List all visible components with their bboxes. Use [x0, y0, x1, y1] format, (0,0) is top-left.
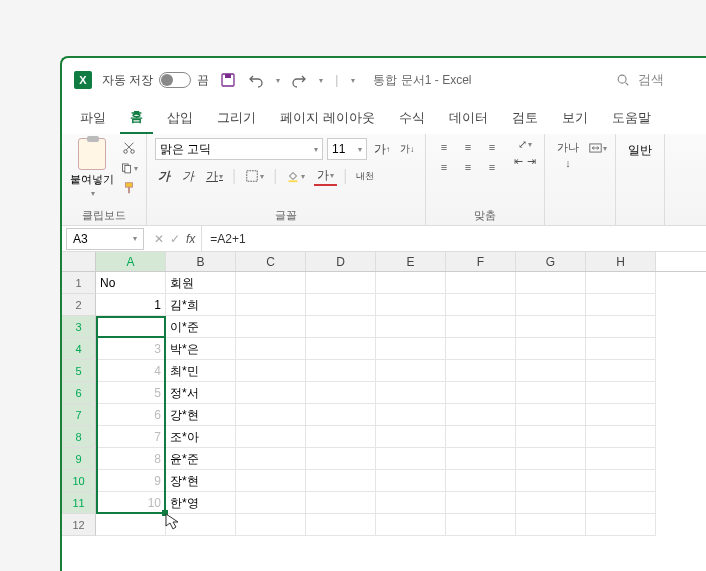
cell[interactable]	[586, 316, 656, 338]
cell[interactable]	[516, 448, 586, 470]
tab-help[interactable]: 도움말	[602, 103, 661, 133]
cell[interactable]	[376, 338, 446, 360]
italic-button[interactable]: 가	[179, 166, 197, 186]
cell[interactable]	[306, 448, 376, 470]
font-size-select[interactable]: 11▾	[327, 138, 367, 160]
col-header-B[interactable]: B	[166, 252, 236, 271]
align-left-button[interactable]: ≡	[434, 158, 454, 176]
cell[interactable]: 4	[96, 360, 166, 382]
format-painter-button[interactable]	[120, 180, 138, 196]
cell[interactable]	[586, 294, 656, 316]
cell[interactable]	[236, 382, 306, 404]
cell[interactable]	[236, 492, 306, 514]
spreadsheet-grid[interactable]: A B C D E F G H 1No회원21김*희32이*준43박*은54최*…	[62, 252, 706, 536]
cell[interactable]	[306, 382, 376, 404]
cell[interactable]: No	[96, 272, 166, 294]
cell[interactable]: 2	[96, 316, 166, 338]
decrease-indent-button[interactable]: ⇤	[514, 155, 523, 168]
cell[interactable]	[516, 294, 586, 316]
align-middle-button[interactable]: ≡	[458, 138, 478, 156]
cell[interactable]: 9	[96, 470, 166, 492]
tab-page-layout[interactable]: 페이지 레이아웃	[270, 103, 385, 133]
namebox-dropdown-icon[interactable]: ▾	[133, 234, 137, 243]
col-header-A[interactable]: A	[96, 252, 166, 271]
font-name-select[interactable]: 맑은 고딕▾	[155, 138, 323, 160]
cell[interactable]	[376, 360, 446, 382]
cell[interactable]	[516, 316, 586, 338]
col-header-F[interactable]: F	[446, 252, 516, 271]
qat-customize-icon[interactable]: ▾	[351, 76, 355, 85]
cell[interactable]: 10	[96, 492, 166, 514]
cell[interactable]	[516, 360, 586, 382]
row-header[interactable]: 8	[62, 426, 96, 448]
cell[interactable]	[376, 514, 446, 536]
save-icon[interactable]	[219, 71, 237, 89]
cell[interactable]	[446, 404, 516, 426]
cell[interactable]	[516, 514, 586, 536]
cell[interactable]: 회원	[166, 272, 236, 294]
cell[interactable]: 조*아	[166, 426, 236, 448]
cell[interactable]: 윤*준	[166, 448, 236, 470]
undo-dropdown-icon[interactable]: ▾	[276, 76, 280, 85]
cell[interactable]	[236, 294, 306, 316]
align-top-button[interactable]: ≡	[434, 138, 454, 156]
cell[interactable]	[516, 404, 586, 426]
copy-button[interactable]: ▾	[120, 160, 138, 176]
enter-formula-icon[interactable]: ✓	[170, 232, 180, 246]
cell[interactable]	[306, 404, 376, 426]
select-all-corner[interactable]	[62, 252, 96, 271]
row-header[interactable]: 3	[62, 316, 96, 338]
underline-button[interactable]: 가▾	[203, 166, 226, 186]
row-header[interactable]: 4	[62, 338, 96, 360]
cell[interactable]	[446, 338, 516, 360]
cell[interactable]: 5	[96, 382, 166, 404]
row-header[interactable]: 5	[62, 360, 96, 382]
align-bottom-button[interactable]: ≡	[482, 138, 502, 156]
cell[interactable]	[446, 360, 516, 382]
cell[interactable]	[236, 360, 306, 382]
sort-button[interactable]: 가나 ↓	[553, 138, 583, 171]
increase-indent-button[interactable]: ⇥	[527, 155, 536, 168]
cell[interactable]	[446, 272, 516, 294]
cut-button[interactable]	[120, 140, 138, 156]
cell[interactable]: 1	[96, 294, 166, 316]
redo-icon[interactable]	[290, 71, 308, 89]
tab-insert[interactable]: 삽입	[157, 103, 203, 133]
cell[interactable]	[306, 316, 376, 338]
cell[interactable]	[166, 514, 236, 536]
redo-dropdown-icon[interactable]: ▾	[319, 76, 323, 85]
cell[interactable]	[236, 404, 306, 426]
cell[interactable]	[306, 492, 376, 514]
cell[interactable]: 정*서	[166, 382, 236, 404]
cell[interactable]	[586, 492, 656, 514]
tab-file[interactable]: 파일	[70, 103, 116, 133]
formula-input[interactable]: =A2+1	[202, 232, 706, 246]
cell[interactable]	[446, 294, 516, 316]
tab-data[interactable]: 데이터	[439, 103, 498, 133]
undo-icon[interactable]	[247, 71, 265, 89]
fill-color-button[interactable]: ▾	[283, 166, 308, 186]
row-header[interactable]: 6	[62, 382, 96, 404]
cell[interactable]	[586, 426, 656, 448]
tab-view[interactable]: 보기	[552, 103, 598, 133]
font-color-button[interactable]: 가▾	[314, 166, 337, 186]
cell[interactable]	[236, 338, 306, 360]
autosave-toggle[interactable]: 자동 저장 끔	[102, 72, 209, 89]
name-box[interactable]: A3 ▾	[66, 228, 144, 250]
cell[interactable]	[376, 272, 446, 294]
cell[interactable]: 7	[96, 426, 166, 448]
cell[interactable]	[376, 448, 446, 470]
orientation-button[interactable]: ⤢▾	[514, 138, 536, 151]
cell[interactable]	[376, 382, 446, 404]
row-header[interactable]: 11	[62, 492, 96, 514]
cell[interactable]: 강*현	[166, 404, 236, 426]
cell[interactable]: 8	[96, 448, 166, 470]
cell[interactable]	[446, 382, 516, 404]
cell[interactable]: 이*준	[166, 316, 236, 338]
cell[interactable]	[376, 294, 446, 316]
tab-review[interactable]: 검토	[502, 103, 548, 133]
row-header[interactable]: 12	[62, 514, 96, 536]
fx-icon[interactable]: fx	[186, 232, 195, 246]
row-header[interactable]: 7	[62, 404, 96, 426]
col-header-G[interactable]: G	[516, 252, 586, 271]
